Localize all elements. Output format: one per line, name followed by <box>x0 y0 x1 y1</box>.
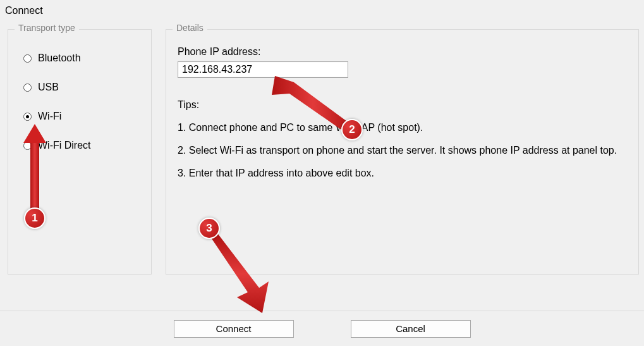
details-legend: Details <box>173 23 207 33</box>
annotation-badge-1: 1 <box>24 207 46 229</box>
connect-button[interactable]: Connect <box>174 320 294 338</box>
radio-bluetooth-input[interactable] <box>23 54 32 63</box>
tip-3: 3. Enter that IP address into above edit… <box>178 168 627 179</box>
tip-1: 1. Connect phone and PC to same Wi-Fi AP… <box>178 122 627 133</box>
annotation-arrow-1-head <box>23 124 46 143</box>
annotation-badge-3: 3 <box>198 218 220 239</box>
ip-address-label: Phone IP address: <box>178 46 627 58</box>
radio-bluetooth-label: Bluetooth <box>38 53 81 64</box>
radio-usb-label: USB <box>38 82 59 93</box>
window-title: Connect <box>0 0 644 19</box>
annotation-arrow-1-shaft <box>30 138 39 213</box>
transport-legend: Transport type <box>15 23 79 33</box>
connect-dialog: Connect Transport type Bluetooth USB Wi-… <box>0 0 644 346</box>
radio-wifi[interactable]: Wi-Fi <box>23 111 140 122</box>
radio-wifi-label: Wi-Fi <box>38 111 61 122</box>
radio-bluetooth[interactable]: Bluetooth <box>23 53 140 64</box>
details-group: Details Phone IP address: Tips: 1. Conne… <box>166 29 639 275</box>
ip-address-input[interactable] <box>178 61 348 78</box>
tip-2: 2. Select Wi-Fi as transport on phone an… <box>178 145 627 156</box>
dialog-body: Transport type Bluetooth USB Wi-Fi Wi-Fi… <box>0 19 644 275</box>
tips-heading: Tips: <box>178 99 627 111</box>
radio-usb[interactable]: USB <box>23 82 140 93</box>
transport-type-group: Transport type Bluetooth USB Wi-Fi Wi-Fi… <box>8 29 152 275</box>
annotation-badge-2: 2 <box>341 119 363 140</box>
radio-wifi-input[interactable] <box>23 113 32 121</box>
dialog-footer: Connect Cancel <box>0 311 644 346</box>
cancel-button[interactable]: Cancel <box>351 320 471 338</box>
radio-usb-input[interactable] <box>23 83 32 92</box>
